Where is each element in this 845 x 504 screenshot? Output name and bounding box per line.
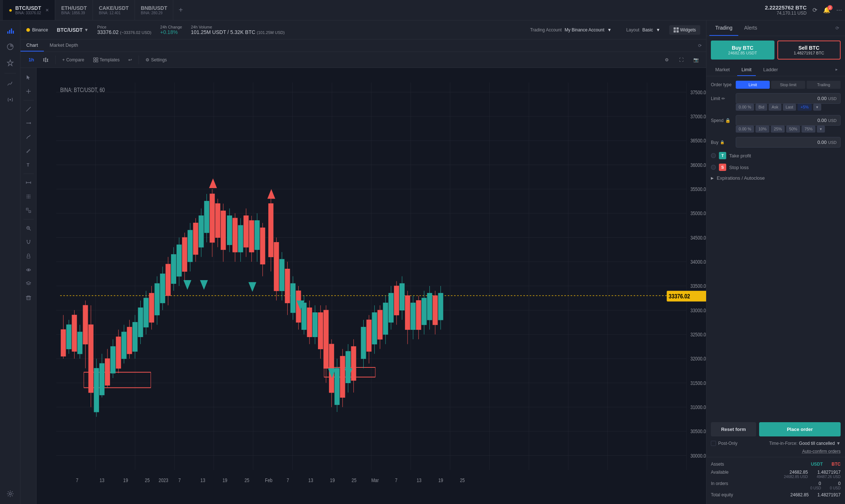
chart-refresh-button[interactable]: ⟳	[694, 40, 706, 51]
order-tab-ladder[interactable]: Ladder	[759, 64, 782, 76]
tab-pair: BTC/USDT	[15, 5, 41, 11]
refresh-icon[interactable]: ⟳	[812, 7, 817, 14]
limit-edit-icon[interactable]: ✏	[721, 96, 725, 101]
tab-close-btcusdt[interactable]: ✕	[45, 8, 49, 13]
notification-button[interactable]: 🔔 2	[823, 7, 830, 14]
spend-25-badge[interactable]: 25%	[771, 126, 785, 133]
chart-canvas[interactable]: 37500.00 37000.00 36500.00 36000.00 3550…	[37, 68, 706, 504]
left-sidebar	[0, 20, 20, 504]
buy-input-wrapper[interactable]: USD	[736, 137, 841, 148]
post-only-checkbox[interactable]: Post-Only	[711, 441, 738, 446]
spend-50-badge[interactable]: 50%	[786, 126, 800, 133]
spend-10-badge[interactable]: 10%	[755, 126, 769, 133]
brush-tool[interactable]	[22, 144, 35, 157]
limit-input-wrapper[interactable]: USD	[736, 93, 841, 104]
screenshot-icon[interactable]: 📷	[690, 54, 702, 66]
spend-more-badge[interactable]: ▾	[817, 126, 825, 133]
buy-input[interactable]	[740, 140, 827, 145]
tab-bnbusdt[interactable]: BNB/USDT BINA: 280.29	[135, 0, 173, 20]
account-info: 2.22225762 BTC 74,170.11 USD ⟳ 🔔 2 ⋯	[765, 4, 842, 16]
chart-tab-chart[interactable]: Chart	[20, 39, 44, 51]
widgets-button[interactable]: Widgets	[669, 25, 700, 35]
zoom-tool[interactable]	[22, 222, 35, 235]
trash-tool[interactable]	[22, 291, 35, 304]
limit-input[interactable]	[740, 96, 827, 101]
assets-usdt-label: USDT	[811, 462, 823, 467]
autoconfirm-row[interactable]: Auto-confirm orders	[706, 449, 845, 457]
sidebar-item-settings[interactable]	[3, 486, 18, 501]
magnet-tool[interactable]	[22, 236, 35, 249]
layers-tool[interactable]	[22, 277, 35, 290]
sidebar-item-signals[interactable]	[3, 92, 18, 107]
order-type-trailing[interactable]: Trailing	[807, 81, 841, 89]
templates-button[interactable]: Templates	[90, 55, 124, 65]
text-tool[interactable]: T	[22, 158, 35, 171]
place-order-button[interactable]: Place order	[759, 422, 841, 436]
order-tab-more[interactable]: ▸	[833, 64, 841, 76]
settings-button[interactable]: ⚙ Settings	[142, 55, 170, 65]
lock-tool[interactable]	[22, 249, 35, 263]
measure-tool[interactable]	[22, 176, 35, 189]
trading-account[interactable]: Trading Account My Binance Account ▼	[530, 27, 611, 33]
sidebar-item-strategy[interactable]	[3, 76, 18, 91]
menu-icon[interactable]: ⋯	[836, 7, 842, 14]
spend-lock-icon[interactable]: 🔒	[725, 118, 731, 123]
pair-dropdown[interactable]: ▼	[84, 27, 88, 33]
buy-lock-icon[interactable]: 🔒	[720, 140, 724, 144]
post-only-check[interactable]	[711, 441, 716, 446]
sell-btn-title: Sell BTC	[782, 45, 837, 51]
spend-input-wrapper[interactable]: USD	[736, 115, 841, 126]
tif-dropdown[interactable]: ▼	[836, 441, 841, 446]
spend-input[interactable]	[740, 118, 827, 123]
limit-more-badge[interactable]: ▾	[813, 104, 821, 111]
chart-tab-market-depth[interactable]: Market Depth	[44, 39, 84, 51]
pattern-tool[interactable]	[22, 204, 35, 217]
svg-rect-7	[674, 27, 676, 30]
bar-type-button[interactable]	[39, 55, 52, 65]
trading-tab-trading[interactable]: Trading	[709, 20, 738, 36]
crosshair-tool[interactable]	[22, 85, 35, 98]
buy-button[interactable]: Buy BTC 24682.85 USDT	[711, 41, 774, 60]
order-type-stop-limit[interactable]: Stop limit	[771, 81, 805, 89]
ray-tool[interactable]	[22, 117, 35, 130]
expirations-row[interactable]: ▶ Expirations / Autoclose	[711, 175, 841, 181]
tab-btcusdt[interactable]: ● BTC/USDT BINA: 33376.02 ✕	[3, 0, 55, 20]
take-profit-toggle[interactable]	[711, 153, 716, 158]
tab-ethusdt[interactable]: ETH/USDT BINA: 1856.39	[55, 0, 93, 20]
sidebar-item-alerts[interactable]	[3, 56, 18, 70]
pen-tool[interactable]	[22, 130, 35, 144]
limit-bid-badge[interactable]: Bid	[755, 104, 767, 111]
limit-last-badge[interactable]: Last	[783, 104, 796, 111]
svg-rect-35	[26, 208, 28, 210]
pair-selector[interactable]: BTC/USDT ▼	[57, 27, 88, 33]
add-tab-button[interactable]: +	[173, 0, 188, 20]
reset-form-button[interactable]: Reset form	[711, 422, 756, 436]
limit-ask-badge[interactable]: Ask	[769, 104, 781, 111]
undo-button[interactable]: ↩	[125, 55, 136, 65]
cursor-tool[interactable]	[22, 71, 35, 84]
trading-tab-alerts[interactable]: Alerts	[738, 20, 763, 36]
order-tab-limit[interactable]: Limit	[737, 64, 756, 76]
svg-rect-148	[166, 264, 170, 295]
limit-plus5-badge[interactable]: +5%	[797, 104, 811, 111]
chart-settings-icon[interactable]: ⚙	[661, 54, 672, 66]
trading-refresh-button[interactable]: ⟳	[833, 23, 842, 34]
stop-loss-toggle[interactable]	[711, 165, 716, 170]
sidebar-item-chart[interactable]	[3, 23, 18, 38]
sidebar-item-portfolio[interactable]	[3, 39, 18, 54]
account-dropdown[interactable]: ▼	[607, 27, 611, 33]
fibonacci-tool[interactable]	[22, 190, 35, 203]
layout-dropdown[interactable]: ▼	[656, 27, 660, 33]
in-orders-row: In orders 0 0 USD 0 0 USD	[711, 481, 841, 490]
fullscreen-icon[interactable]: ⛶	[675, 54, 687, 66]
tif-value[interactable]: Good till cancelled	[799, 441, 835, 446]
line-tool[interactable]	[22, 103, 35, 116]
order-tab-market[interactable]: Market	[711, 64, 734, 76]
sell-button[interactable]: Sell BTC 1.48271917 BTC	[777, 41, 841, 60]
spend-75-badge[interactable]: 75%	[802, 126, 815, 133]
tab-cakeusdt[interactable]: CAKE/USDT BINA: 12.401	[93, 0, 135, 20]
timeframe-button[interactable]: 1h	[25, 55, 38, 65]
compare-button[interactable]: + Compare	[58, 55, 88, 65]
order-type-limit[interactable]: Limit	[736, 81, 770, 89]
eye-tool[interactable]	[22, 263, 35, 276]
